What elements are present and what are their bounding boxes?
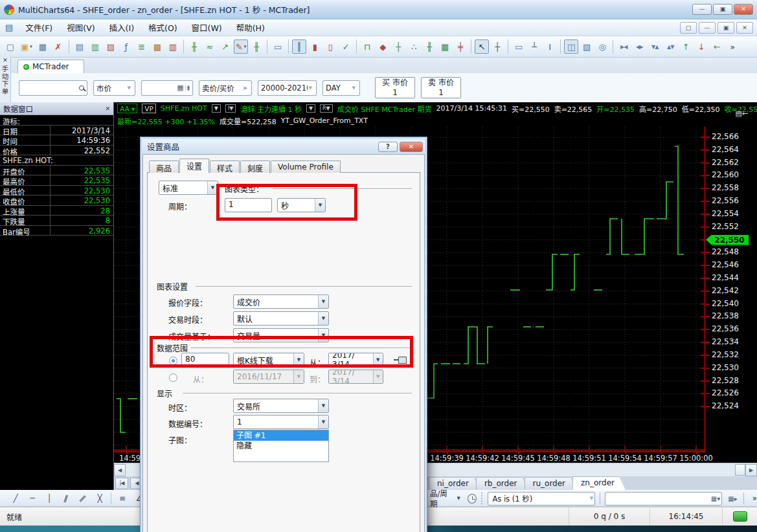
parallel-lines-icon[interactable]: ∥ <box>58 492 74 505</box>
snap-to-latest-icon[interactable]: ▤← <box>735 109 748 118</box>
tab-mctrader[interactable]: MCTrader <box>17 60 84 73</box>
quote-field-select[interactable]: 成交价▼ <box>233 294 329 309</box>
help-button[interactable]: ? <box>378 142 398 152</box>
subchart-option[interactable]: 隐藏 <box>234 441 328 451</box>
pin-date-icon[interactable] <box>394 355 407 364</box>
status-token[interactable]: ▼ <box>212 104 221 113</box>
account-select[interactable]: 20000-2021050▼ <box>258 80 317 96</box>
shift-left-icon[interactable]: ← <box>710 39 724 54</box>
expand-y-icon[interactable]: ▲▼ <box>663 39 677 54</box>
insert-arrow-icon[interactable]: ↗ <box>218 39 232 54</box>
tif-select[interactable]: DAY▼ <box>322 80 360 96</box>
menu-item-3[interactable]: 格式(O) <box>141 19 185 36</box>
kagi-icon[interactable]: ⊓ <box>360 39 374 54</box>
chart-window-icon[interactable]: ▤ <box>73 39 87 54</box>
volume-bar-icon[interactable]: ╫ <box>422 39 436 54</box>
draw-tool-icon[interactable]: ✎▾ <box>234 39 248 54</box>
page-back-icon[interactable]: ◀▶ <box>632 39 646 54</box>
style-preset-select[interactable]: 标准▼ <box>159 181 218 195</box>
function-window-icon[interactable]: ƒ <box>119 39 133 54</box>
period-unit-select[interactable]: 秒▼ <box>277 198 326 212</box>
dialog-tab-设置[interactable]: 设置 <box>179 159 209 173</box>
symbol-entry-combo[interactable]: ▦▾ <box>605 492 722 505</box>
text-note-icon[interactable]: ▭ <box>512 39 526 54</box>
grid-dropdown-icon[interactable]: ▦▾ <box>710 495 721 502</box>
crossed-lines-icon[interactable]: ╳ <box>92 492 107 505</box>
horizontal-segment-icon[interactable]: ─ <box>25 492 40 505</box>
data-number-select[interactable]: 1▼ <box>233 415 329 429</box>
dialog-tab-样式[interactable]: 样式 <box>210 161 240 173</box>
restore-child-icon[interactable]: ▣ <box>717 22 734 34</box>
script-window-icon[interactable]: ≣ <box>135 39 149 54</box>
dialog-close-button[interactable]: ✕ <box>400 142 423 152</box>
restore-button[interactable]: ▣ <box>713 4 732 15</box>
fibonacci-lines-icon[interactable]: ≡ <box>115 492 130 505</box>
dot-chart-icon[interactable]: ∴ <box>407 39 421 54</box>
scale-up-icon[interactable]: ↑ <box>679 39 693 54</box>
close-workspace-icon[interactable]: ✗ <box>51 39 65 54</box>
report-window-icon[interactable]: ▥ <box>166 39 180 54</box>
clock-icon[interactable] <box>468 494 477 504</box>
apply-symbol-icon[interactable]: ▦▸ <box>727 495 738 502</box>
spinner-icon[interactable]: ▲▼ <box>185 85 190 91</box>
dialog-titlebar[interactable]: 设置商品 ? ✕ <box>142 139 425 154</box>
ohlc-bars-icon[interactable]: ║ <box>292 39 306 54</box>
order-type-select[interactable]: 市价▼ <box>93 80 135 96</box>
chart-tab-ru_order[interactable]: ru_order <box>525 477 577 490</box>
heikin-ashi-icon[interactable]: ╪ <box>453 39 468 54</box>
vertical-segment-icon[interactable]: │ <box>41 492 57 505</box>
overflow-chevron-icon[interactable]: » <box>752 494 757 503</box>
open-workspace-icon[interactable]: ▣▾ <box>19 39 34 54</box>
symbol-period-dropdown[interactable]: 品/周期 ▼ <box>427 492 463 505</box>
status-token[interactable]: VP <box>142 104 156 113</box>
scale-down-icon[interactable]: ↓ <box>694 39 708 54</box>
more-tools-icon[interactable]: » <box>725 39 740 54</box>
close-button[interactable]: ✕ <box>734 4 753 15</box>
subchart-listbox[interactable]: 子图 #1隐藏 <box>233 430 329 462</box>
text-tool-icon[interactable]: Ι <box>543 39 557 54</box>
hollow-candle-icon[interactable]: ▯ <box>323 39 337 54</box>
buy-market-button[interactable]: 买 市价 1 <box>375 77 415 98</box>
data-window-titlebar[interactable]: 数据窗口 ✕ <box>0 102 113 115</box>
timezone-select[interactable]: 交易所▼ <box>233 399 329 413</box>
close-child-icon[interactable]: ✕ <box>736 22 753 34</box>
chart-image-icon[interactable]: ▧ <box>580 39 594 54</box>
menu-item-4[interactable]: 窗口(W) <box>185 19 229 36</box>
study-config-icon[interactable]: ╫ <box>249 39 264 54</box>
channel-icon[interactable]: ∥ <box>75 492 91 505</box>
pointer-icon[interactable]: ↖ <box>475 39 489 54</box>
minimize-child-icon[interactable]: — <box>699 22 716 34</box>
chart-tab-zn_order[interactable]: zn_order <box>572 476 626 490</box>
quote-window-icon[interactable]: ▥ <box>88 39 102 54</box>
format-window-icon[interactable]: ▭ <box>271 39 285 54</box>
quantity-stepper[interactable]: ▦ ▲▼ <box>141 80 193 96</box>
minimize-button[interactable]: — <box>692 4 712 15</box>
chart-tab-rb_order[interactable]: rb_order <box>476 477 528 490</box>
scroll-left-icon[interactable]: ◀ <box>114 464 126 476</box>
trendline-icon[interactable]: ╱ <box>8 492 23 505</box>
range-mode-select[interactable]: 根K线下载▼ <box>233 353 304 367</box>
price-mode-button[interactable]: 卖价/买价▶ <box>199 80 252 96</box>
from-date-select[interactable]: 2017/ 3/14▼ <box>328 353 383 367</box>
dialog-tab-刻度[interactable]: 刻度 <box>240 161 270 173</box>
menu-item-0[interactable]: 文件(F) <box>18 19 60 36</box>
resolution-select[interactable]: As is (1 秒) ▼ <box>488 492 595 505</box>
first-tab-button[interactable]: |◀ <box>115 478 128 489</box>
expansion-line-icon[interactable]: ┴ <box>527 39 541 54</box>
renko-icon[interactable]: ◆ <box>376 39 390 54</box>
line-on-close-icon[interactable]: ✓ <box>339 39 353 54</box>
crosshair-icon[interactable]: ┼ <box>490 39 504 54</box>
status-token[interactable]: ▼ <box>306 104 315 113</box>
dock-close-icon[interactable]: ✕ <box>3 57 8 65</box>
scroll-thumb[interactable] <box>735 464 745 476</box>
sell-market-button[interactable]: 卖 市价 1 <box>421 77 461 98</box>
insert-study-icon[interactable]: ╫ <box>187 39 201 54</box>
session-select[interactable]: 默认▼ <box>233 311 329 326</box>
depth-window-icon[interactable]: ▨ <box>104 39 118 54</box>
symbol-search-input[interactable] <box>19 80 87 96</box>
dialog-tab-商品[interactable]: 商品 <box>149 161 179 173</box>
status-token[interactable]: AA ▾ <box>117 104 137 113</box>
new-window-icon[interactable]: ▢ <box>3 39 17 54</box>
window-layout-icon[interactable]: ◫ <box>564 39 578 54</box>
bars-back-input[interactable]: 80 <box>181 353 229 367</box>
